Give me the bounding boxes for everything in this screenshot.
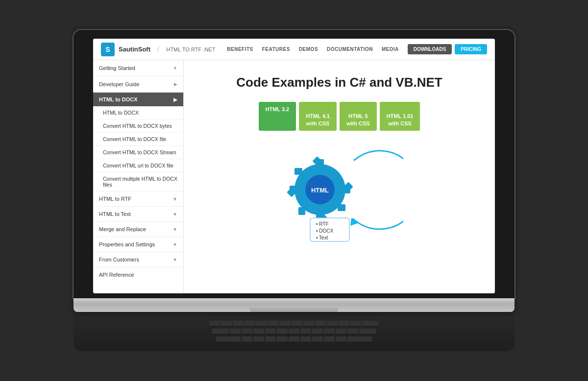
key (233, 321, 244, 327)
laptop-keyboard (74, 312, 514, 351)
sidebar-developer-guide[interactable]: Developer Guide ▶ (93, 76, 183, 92)
sidebar-item-properties-settings[interactable]: Properties and Settings ▼ (93, 237, 183, 252)
key (315, 321, 326, 327)
logo-area: S SautinSoft / HTML TO RTF .NET (101, 43, 215, 56)
key (289, 329, 299, 334)
sidebar-sub-convert-stream[interactable]: Convert HTML to DOCX Stream (93, 146, 183, 159)
key (209, 321, 220, 327)
key (312, 336, 323, 342)
key (280, 321, 291, 327)
key (347, 336, 372, 342)
tab-html-101[interactable]: HTML 1.01 with CSS (380, 102, 420, 131)
diagram-container: HTML • RTF • DOCX • Text (276, 145, 403, 243)
laptop-screen: S SautinSoft / HTML TO RTF .NET BENEFITS… (93, 39, 495, 293)
sidebar-section-getting-started: Getting Started ▼ (93, 60, 183, 76)
version-tabs: HTML 3.2 HTML 4.1 with CSS HTML 5 with C… (203, 102, 475, 131)
diagram-area: HTML • RTF • DOCX • Text (203, 145, 475, 243)
svg-rect-11 (294, 168, 302, 175)
keyboard-row-1 (209, 321, 379, 327)
main-layout: Getting Started ▼ Developer Guide ▶ (93, 60, 495, 293)
chevron-right-icon: ▶ (173, 97, 177, 102)
keyboard-row-3 (216, 336, 372, 342)
sidebar-item-api-reference[interactable]: API Reference (93, 267, 183, 282)
key (312, 329, 323, 334)
sidebar-item-from-customers[interactable]: From Customers ▼ (93, 252, 183, 267)
key (327, 321, 338, 327)
key (253, 329, 264, 334)
svg-text:• DOCX: • DOCX (316, 228, 334, 234)
tab-html-41[interactable]: HTML 4.1 with CSS (299, 102, 337, 131)
svg-text:• RTF: • RTF (316, 221, 329, 227)
key (362, 321, 379, 327)
key (277, 329, 288, 334)
chevron-down-icon: ▼ (173, 66, 177, 71)
key (350, 321, 361, 327)
nav-links: BENEFITS FEATURES DEMOS DOCUMENTATION ME… (227, 47, 407, 52)
sidebar: Getting Started ▼ Developer Guide ▶ (93, 60, 184, 293)
key (324, 336, 335, 342)
nav-documentation[interactable]: DOCUMENTATION (327, 47, 373, 52)
screen-bezel: S SautinSoft / HTML TO RTF .NET BENEFITS… (74, 30, 514, 298)
logo-icon: S (101, 43, 115, 56)
key (253, 336, 264, 342)
chevron-right-icon: ▶ (174, 82, 177, 87)
key (277, 336, 288, 342)
key (242, 329, 252, 334)
nav-features[interactable]: FEATURES (262, 47, 290, 52)
diagram-svg: HTML • RTF • DOCX • Text (276, 145, 403, 243)
key (221, 321, 232, 327)
tab-html-32[interactable]: HTML 3.2 (259, 102, 296, 131)
key (336, 329, 346, 334)
nav-buttons: DOWNLOADS PRICING (408, 44, 487, 54)
sidebar-item-html-to-text[interactable]: HTML to Text ▼ (93, 207, 183, 222)
key (256, 321, 267, 327)
keyboard-row-2 (212, 329, 376, 334)
pricing-button[interactable]: PRICING (455, 44, 487, 54)
key (347, 329, 358, 334)
sidebar-sub-convert-multiple[interactable]: Convert multiple HTML to DOCX files (93, 172, 183, 191)
tab-html-5[interactable]: HTML 5 with CSS (340, 102, 377, 131)
key (216, 336, 241, 342)
chevron-down-icon: ▼ (172, 242, 177, 247)
svg-rect-9 (298, 207, 305, 215)
nav-benefits[interactable]: BENEFITS (227, 47, 253, 52)
sidebar-sub-convert-file[interactable]: Convert HTML to DOCX file (93, 133, 183, 146)
sidebar-item-html-to-docx-active[interactable]: HTML to DOCX ▶ (93, 93, 183, 106)
key (359, 329, 376, 334)
sidebar-sub-convert-bytes[interactable]: Convert HTML to DOCX bytes (93, 119, 183, 133)
key (336, 336, 346, 342)
downloads-button[interactable]: DOWNLOADS (408, 44, 452, 54)
logo-separator: / (157, 45, 159, 54)
svg-text:HTML: HTML (311, 187, 328, 194)
key (300, 336, 311, 342)
nav-demos[interactable]: DEMOS (299, 47, 318, 52)
chevron-down-icon: ▼ (172, 212, 177, 217)
key (245, 321, 255, 327)
navbar: S SautinSoft / HTML TO RTF .NET BENEFITS… (93, 39, 495, 60)
key (339, 321, 349, 327)
main-content: Code Examples in C# and VB.NET HTML 3.2 … (184, 60, 495, 293)
sidebar-sub-html-to-docx[interactable]: HTML to DOCX (93, 106, 183, 119)
chevron-down-icon: ▼ (172, 227, 177, 232)
sidebar-item-html-to-rtf[interactable]: HTML to RTF ▼ (93, 191, 183, 207)
sidebar-item-merge-replace[interactable]: Merge and Replace ▼ (93, 222, 183, 237)
sidebar-sub-convert-url[interactable]: Convert HTML url to DOCX file (93, 159, 183, 172)
nav-media[interactable]: MEDIA (382, 47, 399, 52)
website: S SautinSoft / HTML TO RTF .NET BENEFITS… (93, 39, 495, 293)
svg-text:• Text: • Text (316, 235, 328, 240)
svg-rect-7 (338, 204, 345, 211)
sidebar-section-developer-guide: Developer Guide ▶ (93, 76, 183, 93)
sidebar-getting-started[interactable]: Getting Started ▼ (93, 60, 183, 76)
key (324, 329, 335, 334)
page-title: Code Examples in C# and VB.NET (203, 75, 475, 90)
key (292, 321, 302, 327)
key (230, 329, 241, 334)
laptop-base (74, 298, 514, 312)
key (242, 336, 252, 342)
key (212, 329, 229, 334)
key (265, 329, 276, 334)
key (268, 321, 279, 327)
key (265, 336, 276, 342)
chevron-down-icon: ▼ (172, 257, 177, 262)
laptop-wrapper: S SautinSoft / HTML TO RTF .NET BENEFITS… (74, 30, 514, 351)
